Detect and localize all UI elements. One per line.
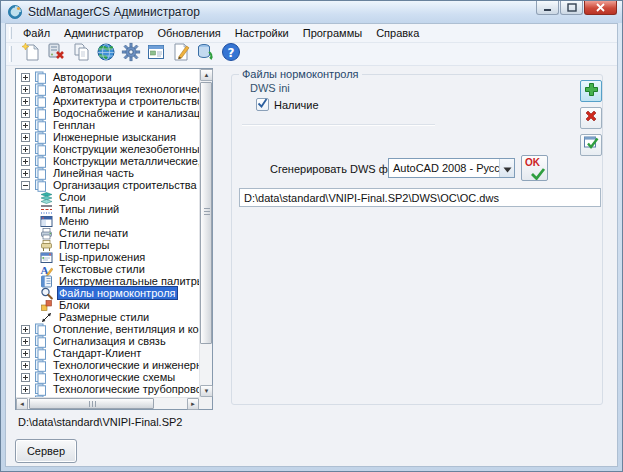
apply-button[interactable]	[580, 134, 602, 156]
delete-button[interactable]	[580, 107, 602, 129]
tree-item[interactable]: Линейная часть	[16, 167, 199, 179]
scroll-right-arrow[interactable]: ►	[187, 398, 199, 410]
tree-item-label[interactable]: Технологические трубопроводы	[51, 383, 199, 395]
expand-plus-icon[interactable]	[21, 109, 30, 118]
tree-item[interactable]: Стили печати	[16, 227, 199, 239]
tree-item[interactable]: Организация строительства	[16, 179, 199, 191]
tree-item-label[interactable]: Конструкции железобетонные, изделия	[51, 143, 199, 155]
tree-item-label[interactable]: Стандарт-Клиент	[51, 347, 143, 359]
close-button[interactable]	[584, 1, 617, 15]
tree-item[interactable]: Технологические и инженерные коммун	[16, 359, 199, 371]
tree-item[interactable]: Автоматизация технологических процес	[16, 83, 199, 95]
tree-item-label[interactable]: Водоснабжение и канализация	[51, 107, 199, 119]
scroll-left-arrow[interactable]: ◄	[16, 398, 28, 410]
tree-item-label[interactable]: Сигнализация и связь	[51, 335, 168, 347]
menu-item-4[interactable]: Настройки	[228, 25, 296, 41]
minimize-button[interactable]	[536, 1, 559, 15]
tree-item-label[interactable]: Технологические и инженерные коммун	[51, 359, 199, 371]
edit-button[interactable]	[171, 44, 191, 64]
tree-item[interactable]: Файлы нормоконтроля	[16, 287, 199, 299]
tree-item[interactable]: Технологические схемы	[16, 371, 199, 383]
expand-plus-icon[interactable]	[21, 85, 30, 94]
tree-item-label[interactable]: Генплан	[51, 119, 97, 131]
gear-button[interactable]	[121, 44, 141, 64]
expand-plus-icon[interactable]	[21, 133, 30, 142]
tree-item-label[interactable]: Линейная часть	[51, 167, 136, 179]
tree-item-label[interactable]: Меню	[57, 215, 91, 227]
maximize-button[interactable]	[560, 1, 583, 15]
tree-item[interactable]: Конструкции железобетонные, изделия	[16, 143, 199, 155]
menu-item-3[interactable]: Обновления	[150, 25, 227, 41]
add-button[interactable]	[580, 80, 602, 102]
new-document-button[interactable]	[21, 44, 41, 64]
expand-plus-icon[interactable]	[21, 373, 30, 382]
tree-item[interactable]: Конструкции металлические, деталиров	[16, 155, 199, 167]
tree-item[interactable]: Архитектура и строительство	[16, 95, 199, 107]
tree-horizontal-scrollbar[interactable]: ◄ ►	[16, 397, 199, 409]
tree-item[interactable]: Инженерные изыскания	[16, 131, 199, 143]
tree-item[interactable]: Водоснабжение и канализация	[16, 107, 199, 119]
tree-item[interactable]: Технологические трубопроводы	[16, 383, 199, 395]
tree-item[interactable]: Стандарт-Клиент	[16, 347, 199, 359]
tree-item-label[interactable]: Автодороги	[51, 71, 114, 83]
database-sync-button[interactable]	[196, 44, 216, 64]
copy-button[interactable]	[71, 44, 91, 64]
tree-item-label[interactable]: Lisp-приложения	[57, 251, 147, 263]
expand-plus-icon[interactable]	[21, 349, 30, 358]
menu-item-6[interactable]: Справка	[369, 25, 426, 41]
expand-plus-icon[interactable]	[21, 97, 30, 106]
tree-vertical-scrollbar[interactable]: ▲ ▼	[199, 69, 212, 397]
tree-item-label[interactable]: Файлы нормоконтроля	[57, 286, 178, 300]
scroll-down-arrow[interactable]: ▼	[200, 385, 213, 397]
tree-item-label[interactable]: Автоматизация технологических процес	[51, 83, 199, 95]
tree-item[interactable]: Генплан	[16, 119, 199, 131]
expand-plus-icon[interactable]	[21, 145, 30, 154]
expand-plus-icon[interactable]	[21, 157, 30, 166]
combo-dropdown-button[interactable]	[499, 159, 514, 177]
tree-item-label[interactable]: Блоки	[57, 299, 92, 311]
server-button[interactable]: Сервер	[15, 439, 77, 463]
tree-item-label[interactable]: Архитектура и строительство	[51, 95, 199, 107]
tree-item-label[interactable]: Стили печати	[57, 227, 130, 239]
dws-format-select[interactable]: AutoCAD 2008 - Русский	[388, 158, 515, 178]
scroll-up-arrow[interactable]: ▲	[200, 69, 213, 81]
generate-ok-button[interactable]: OK	[521, 155, 548, 181]
expand-plus-icon[interactable]	[21, 73, 30, 82]
dws-path-field[interactable]: D:\data\standard\VNIPI-Final.SP2\DWS\OC\…	[239, 188, 601, 207]
expand-minus-icon[interactable]	[21, 181, 30, 190]
tree-item[interactable]: Сигнализация и связь	[16, 335, 199, 347]
tree-item[interactable]: Типы линий	[16, 203, 199, 215]
expand-plus-icon[interactable]	[21, 325, 30, 334]
expand-plus-icon[interactable]	[21, 361, 30, 370]
presence-checkbox[interactable]	[256, 98, 269, 111]
tree-item-label[interactable]: Типы линий	[57, 203, 121, 215]
tree-item-label[interactable]: Слои	[57, 191, 88, 203]
tree-item[interactable]: Плоттеры	[16, 239, 199, 251]
expand-plus-icon[interactable]	[21, 385, 30, 394]
menu-item-1[interactable]: Файл	[16, 25, 57, 41]
tree-item[interactable]: AТекстовые стили	[16, 263, 199, 275]
menu-item-5[interactable]: Программы	[296, 25, 369, 41]
help-button[interactable]: ?	[221, 44, 241, 64]
horizontal-scroll-thumb[interactable]	[29, 398, 154, 409]
expand-plus-icon[interactable]	[21, 337, 30, 346]
globe-button[interactable]	[96, 44, 116, 64]
tree-item-label[interactable]: Организация строительства	[51, 179, 199, 191]
server-delete-button[interactable]	[46, 44, 66, 64]
tree-item-label[interactable]: Инженерные изыскания	[51, 131, 178, 143]
titlebar[interactable]: StdManagerCS Администратор	[1, 1, 622, 23]
vertical-scroll-thumb[interactable]	[200, 82, 212, 344]
tree-item-label[interactable]: Отопление, вентиляция и кондиционир	[51, 323, 199, 335]
tree-item[interactable]: Меню	[16, 215, 199, 227]
expand-plus-icon[interactable]	[21, 169, 30, 178]
tree-item-label[interactable]: Размерные стили	[57, 311, 151, 323]
tree-item-label[interactable]: Технологические схемы	[51, 371, 177, 383]
tree-item-label[interactable]: Конструкции металлические, деталиров	[51, 155, 199, 167]
expand-plus-icon[interactable]	[21, 121, 30, 130]
tree-item[interactable]: Блоки	[16, 299, 199, 311]
tree-item-label[interactable]: Текстовые стили	[57, 263, 147, 275]
tree-item[interactable]: Слои	[16, 191, 199, 203]
tree-item[interactable]: Lisp-приложения	[16, 251, 199, 263]
tree-item-label[interactable]: Плоттеры	[57, 239, 111, 251]
tree-item[interactable]: Размерные стили	[16, 311, 199, 323]
